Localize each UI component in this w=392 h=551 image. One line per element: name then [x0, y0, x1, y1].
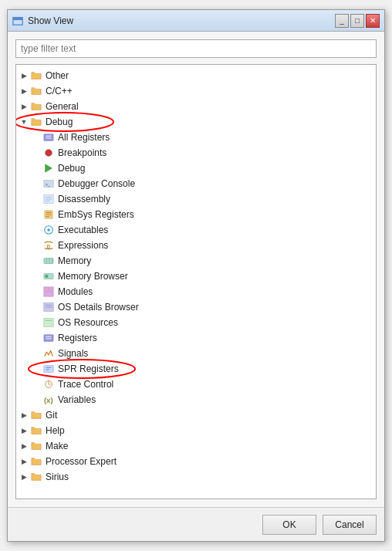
- tree-item-sirius[interactable]: ▶ Sirius: [16, 469, 376, 485]
- item-icon-sirius: [30, 471, 42, 483]
- svg-rect-2: [44, 134, 53, 141]
- show-view-window: Show View _ □ ✕ ▶ Other▶ C/C++▶ General▼…: [7, 9, 385, 542]
- item-icon-registers: [42, 332, 55, 344]
- expand-arrow-expressions: [32, 241, 41, 250]
- title-buttons: _ □ ✕: [335, 14, 380, 28]
- item-icon-embsys: [42, 208, 55, 221]
- expand-arrow-os-details-browser: [32, 303, 41, 312]
- close-button[interactable]: ✕: [366, 14, 380, 28]
- expand-arrow-disassembly: [32, 194, 41, 204]
- svg-rect-34: [44, 335, 53, 342]
- expand-arrow-executables: [32, 225, 41, 235]
- expand-arrow-help: ▶: [19, 426, 29, 435]
- item-icon-os-resources: [42, 316, 55, 329]
- item-icon-memory: [42, 255, 55, 267]
- item-icon-trace-control: [42, 378, 55, 390]
- item-icon-variables: (x): [42, 394, 55, 406]
- filter-input[interactable]: [15, 39, 377, 58]
- tree-item-trace-control[interactable]: Trace Control: [16, 377, 376, 392]
- item-icon-modules: [42, 286, 55, 298]
- expand-arrow-registers: [32, 333, 41, 343]
- item-label-processor-expert: Processor Expert: [46, 456, 117, 467]
- svg-rect-32: [44, 319, 53, 327]
- tree-item-cpp[interactable]: ▶ C/C++: [16, 83, 376, 99]
- svg-rect-1: [13, 17, 22, 20]
- item-label-make: Make: [46, 441, 68, 451]
- expand-arrow-embsys: [32, 210, 41, 219]
- cancel-button[interactable]: Cancel: [323, 515, 377, 535]
- expand-arrow-debug: ▼: [19, 117, 29, 127]
- expand-arrow-general: ▶: [19, 102, 29, 111]
- item-label-other: Other: [46, 70, 69, 81]
- tree-item-debug[interactable]: ▼ Debug: [16, 114, 376, 130]
- item-icon-processor-expert: [30, 455, 42, 468]
- tree-item-make[interactable]: ▶ Make: [16, 438, 376, 454]
- dialog-content: ▶ Other▶ C/C++▶ General▼ Debug All Regis…: [8, 32, 384, 507]
- tree-item-embsys[interactable]: EmbSys Registers: [16, 207, 376, 222]
- svg-rect-37: [44, 366, 53, 373]
- item-icon-debug-item: [42, 162, 55, 174]
- item-icon-memory-browser: [42, 270, 55, 282]
- item-label-debugger-console: Debugger Console: [58, 178, 135, 189]
- item-label-trace-control: Trace Control: [58, 379, 113, 390]
- expand-arrow-sirius: ▶: [19, 472, 29, 482]
- tree-item-other[interactable]: ▶ Other: [16, 68, 376, 83]
- expand-arrow-cpp: ▶: [19, 86, 29, 96]
- tree-item-processor-expert[interactable]: ▶ Processor Expert: [16, 454, 376, 469]
- tree-item-registers[interactable]: Registers: [16, 330, 376, 346]
- tree-item-expressions[interactable]: {} Expressions: [16, 238, 376, 253]
- tree-item-spr-registers[interactable]: SPR Registers: [16, 361, 376, 377]
- tree-item-modules[interactable]: Modules: [16, 284, 376, 299]
- item-label-modules: Modules: [58, 286, 93, 297]
- item-icon-debugger-console: >_: [42, 177, 55, 190]
- item-icon-executables: [42, 224, 55, 236]
- item-label-disassembly: Disassembly: [58, 194, 110, 205]
- item-label-debug-item: Debug: [58, 163, 85, 174]
- expand-arrow-memory: [32, 256, 41, 265]
- tree-item-git[interactable]: ▶ Git: [16, 407, 376, 423]
- item-label-memory-browser: Memory Browser: [58, 271, 128, 282]
- item-label-registers: Registers: [58, 333, 97, 343]
- title-bar: Show View _ □ ✕: [8, 10, 384, 32]
- tree-item-breakpoints[interactable]: Breakpoints: [16, 145, 376, 161]
- expand-arrow-all-registers: [32, 133, 41, 142]
- item-label-executables: Executables: [58, 225, 108, 235]
- item-icon-git: [30, 409, 42, 421]
- item-label-sirius: Sirius: [46, 472, 69, 482]
- expand-arrow-make: ▶: [19, 441, 29, 451]
- expand-arrow-memory-browser: [32, 272, 41, 281]
- tree-item-all-registers[interactable]: All Registers: [16, 130, 376, 145]
- item-icon-disassembly: [42, 193, 55, 205]
- window-icon: [12, 15, 23, 26]
- tree-item-os-resources[interactable]: OS Resources: [16, 315, 376, 330]
- svg-rect-28: [44, 292, 53, 296]
- tree-item-help[interactable]: ▶ Help: [16, 423, 376, 438]
- expand-arrow-processor-expert: ▶: [19, 457, 29, 466]
- ok-button[interactable]: OK: [262, 515, 316, 535]
- tree-item-debugger-console[interactable]: >_ Debugger Console: [16, 176, 376, 191]
- expand-arrow-breakpoints: [32, 148, 41, 157]
- tree-item-signals[interactable]: Signals: [16, 346, 376, 361]
- expand-arrow-other: ▶: [19, 71, 29, 80]
- item-icon-spr-registers: [42, 363, 55, 375]
- tree-item-variables[interactable]: (x) Variables: [16, 392, 376, 407]
- tree-item-memory-browser[interactable]: Memory Browser: [16, 269, 376, 284]
- expand-arrow-trace-control: [32, 380, 41, 389]
- svg-point-5: [46, 150, 52, 157]
- tree-item-debug-item[interactable]: Debug: [16, 161, 376, 176]
- svg-rect-27: [49, 287, 53, 292]
- tree-item-executables[interactable]: Executables: [16, 222, 376, 238]
- tree-item-general[interactable]: ▶ General: [16, 99, 376, 114]
- svg-text:{}: {}: [46, 243, 50, 248]
- item-label-variables: Variables: [58, 394, 96, 405]
- item-label-spr-registers: SPR Registers: [58, 363, 119, 374]
- item-label-help: Help: [46, 425, 65, 436]
- tree-item-disassembly[interactable]: Disassembly: [16, 191, 376, 207]
- tree-item-os-details-browser[interactable]: OS Details Browser: [16, 299, 376, 315]
- tree-item-memory[interactable]: Memory: [16, 253, 376, 269]
- minimize-button[interactable]: _: [335, 14, 349, 28]
- item-icon-debug: [30, 116, 42, 128]
- svg-point-18: [47, 228, 50, 232]
- item-label-os-resources: OS Resources: [58, 317, 118, 328]
- maximize-button[interactable]: □: [350, 14, 364, 28]
